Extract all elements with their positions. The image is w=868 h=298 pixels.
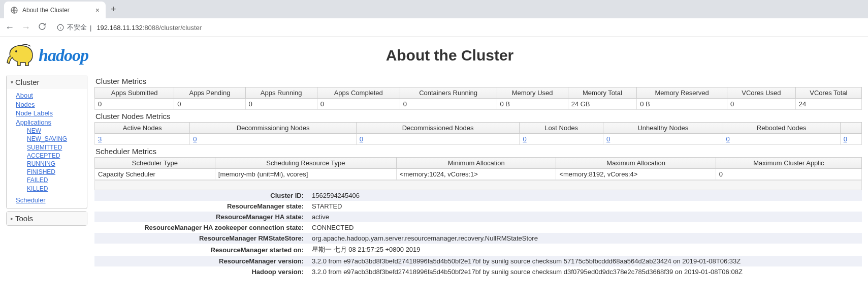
extra-link[interactable]: 0 bbox=[844, 135, 847, 143]
sidebar-item-scheduler[interactable]: Scheduler bbox=[16, 196, 82, 205]
sidebar-item-about[interactable]: About bbox=[16, 91, 82, 100]
sidebar-item-finished[interactable]: FINISHED bbox=[27, 168, 82, 176]
close-icon[interactable]: × bbox=[95, 6, 100, 14]
info-row: ResourceManager HA zookeeper connection … bbox=[94, 222, 862, 233]
decommissioning-link[interactable]: 0 bbox=[193, 135, 197, 143]
col-lost-nodes[interactable]: Lost Nodes bbox=[520, 123, 603, 134]
col-active-nodes[interactable]: Active Nodes bbox=[95, 123, 190, 134]
address-bar: ← → 不安全 | 192.168.11.132:8088/cluster/cl… bbox=[0, 18, 868, 37]
sidebar-cluster-body: About Nodes Node Labels Applications NEW… bbox=[7, 89, 87, 208]
col-max-cluster-app[interactable]: Maximum Cluster Applic bbox=[716, 158, 861, 169]
main-area: Cluster Metrics Apps Submitted Apps Pend… bbox=[94, 75, 862, 277]
sidebar-item-submitted[interactable]: SUBMITTED bbox=[27, 143, 82, 152]
security-label: 不安全 bbox=[67, 23, 87, 32]
col-apps-completed[interactable]: Apps Completed bbox=[317, 87, 400, 99]
url-field[interactable]: 不安全 | 192.168.11.132:8088/cluster/cluste… bbox=[54, 23, 863, 32]
lost-nodes-link[interactable]: 0 bbox=[523, 135, 526, 143]
col-vcores-used[interactable]: VCores Used bbox=[727, 87, 796, 99]
col-extra[interactable] bbox=[840, 123, 861, 134]
sidebar-item-killed[interactable]: KILLED bbox=[27, 185, 82, 193]
col-memory-total[interactable]: Memory Total bbox=[568, 87, 636, 99]
sidebar-item-running[interactable]: RUNNING bbox=[27, 160, 82, 168]
col-min-alloc[interactable]: Minimum Allocation bbox=[397, 158, 556, 169]
nodes-metrics-table: Active Nodes Decommissioning Nodes Decom… bbox=[94, 122, 862, 145]
col-scheduler-type[interactable]: Scheduler Type bbox=[95, 158, 215, 169]
cluster-metrics-table: Apps Submitted Apps Pending Apps Running… bbox=[94, 87, 862, 110]
col-memory-used[interactable]: Memory Used bbox=[497, 87, 568, 99]
sidebar-item-nodes[interactable]: Nodes bbox=[16, 100, 82, 109]
sidebar-tools-label: Tools bbox=[15, 214, 33, 223]
logo-text: hadoop bbox=[39, 46, 88, 65]
sidebar-item-applications[interactable]: Applications bbox=[16, 118, 82, 127]
info-row: ResourceManager started on:星期一 七月 08 21:… bbox=[94, 244, 862, 256]
page-header: hadoop About the Cluster bbox=[6, 41, 862, 70]
col-vcores-total[interactable]: VCores Total bbox=[795, 87, 861, 99]
info-row: Hadoop version:3.2.0 from e97acb3bd8f3be… bbox=[94, 266, 862, 277]
table-row: Capacity Scheduler [memory-mb (unit=Mi),… bbox=[95, 169, 862, 180]
elephant-icon bbox=[6, 41, 37, 70]
sidebar-tools-section: ▸ Tools bbox=[6, 211, 87, 226]
col-decommissioned-nodes[interactable]: Decommissioned Nodes bbox=[356, 123, 520, 134]
col-apps-pending[interactable]: Apps Pending bbox=[174, 87, 245, 99]
col-containers-running[interactable]: Containers Running bbox=[400, 87, 497, 99]
svg-point-4 bbox=[15, 50, 17, 52]
unhealthy-nodes-link[interactable]: 0 bbox=[606, 135, 610, 143]
browser-chrome: About the Cluster × + ← → 不安全 | 192.168.… bbox=[0, 0, 868, 37]
sidebar-cluster-label: Cluster bbox=[15, 78, 40, 86]
spacer bbox=[94, 180, 862, 190]
col-apps-submitted[interactable]: Apps Submitted bbox=[95, 87, 174, 99]
sidebar-item-new[interactable]: NEW bbox=[27, 127, 82, 135]
col-memory-reserved[interactable]: Memory Reserved bbox=[637, 87, 727, 99]
info-row: ResourceManager RMStateStore:org.apache.… bbox=[94, 233, 862, 244]
nodes-metrics-title: Cluster Nodes Metrics bbox=[95, 112, 862, 121]
content-row: ▾ Cluster About Nodes Node Labels Applic… bbox=[6, 75, 862, 277]
info-row: ResourceManager version:3.2.0 from e97ac… bbox=[94, 256, 862, 266]
reload-button[interactable] bbox=[38, 22, 47, 33]
tab-title: About the Cluster bbox=[22, 7, 91, 14]
sidebar: ▾ Cluster About Nodes Node Labels Applic… bbox=[6, 75, 87, 277]
sidebar-app-states: NEW NEW_SAVING SUBMITTED ACCEPTED RUNNIN… bbox=[16, 127, 82, 193]
cluster-info-table: Cluster ID:1562594245406 ResourceManager… bbox=[94, 190, 862, 277]
sidebar-tools-header[interactable]: ▸ Tools bbox=[7, 212, 87, 225]
back-button[interactable]: ← bbox=[5, 22, 14, 33]
url-text: 192.168.11.132:8088/cluster/cluster bbox=[97, 24, 202, 32]
info-row: Cluster ID:1562594245406 bbox=[94, 190, 862, 201]
col-decommissioning-nodes[interactable]: Decommissioning Nodes bbox=[190, 123, 357, 134]
table-row: 3 0 0 0 0 0 0 bbox=[95, 134, 862, 145]
col-apps-running[interactable]: Apps Running bbox=[245, 87, 317, 99]
sidebar-item-new-saving[interactable]: NEW_SAVING bbox=[27, 135, 82, 143]
sidebar-item-failed[interactable]: FAILED bbox=[27, 176, 82, 184]
col-max-alloc[interactable]: Maximum Allocation bbox=[556, 158, 716, 169]
scheduler-metrics-title: Scheduler Metrics bbox=[95, 147, 862, 156]
table-row: 0 0 0 0 0 0 B 24 GB 0 B 0 24 bbox=[95, 99, 862, 110]
decommissioned-link[interactable]: 0 bbox=[360, 135, 363, 143]
page-body: hadoop About the Cluster ▾ Cluster About… bbox=[0, 37, 868, 281]
security-indicator: 不安全 | bbox=[57, 23, 91, 32]
sidebar-cluster-header[interactable]: ▾ Cluster bbox=[7, 75, 87, 89]
page-title: About the Cluster bbox=[88, 47, 862, 64]
active-nodes-link[interactable]: 3 bbox=[98, 135, 102, 143]
globe-icon bbox=[10, 6, 18, 14]
sidebar-cluster-section: ▾ Cluster About Nodes Node Labels Applic… bbox=[6, 75, 87, 209]
new-tab-button[interactable]: + bbox=[106, 4, 121, 15]
info-icon bbox=[57, 24, 64, 31]
info-row: ResourceManager HA state:active bbox=[94, 212, 862, 222]
sidebar-item-accepted[interactable]: ACCEPTED bbox=[27, 152, 82, 160]
scheduler-metrics-table: Scheduler Type Scheduling Resource Type … bbox=[94, 157, 862, 180]
chevron-down-icon: ▾ bbox=[11, 79, 13, 85]
cluster-metrics-title: Cluster Metrics bbox=[95, 77, 862, 85]
col-resource-type[interactable]: Scheduling Resource Type bbox=[215, 158, 396, 169]
col-unhealthy-nodes[interactable]: Unhealthy Nodes bbox=[603, 123, 723, 134]
sidebar-item-node-labels[interactable]: Node Labels bbox=[16, 109, 82, 118]
info-row: ResourceManager state:STARTED bbox=[94, 201, 862, 212]
tab-bar: About the Cluster × + bbox=[0, 0, 868, 18]
chevron-right-icon: ▸ bbox=[11, 216, 13, 221]
browser-tab[interactable]: About the Cluster × bbox=[4, 2, 106, 19]
rebooted-nodes-link[interactable]: 0 bbox=[726, 135, 730, 143]
forward-button[interactable]: → bbox=[21, 22, 30, 33]
col-rebooted-nodes[interactable]: Rebooted Nodes bbox=[723, 123, 840, 134]
hadoop-logo[interactable]: hadoop bbox=[6, 41, 88, 70]
